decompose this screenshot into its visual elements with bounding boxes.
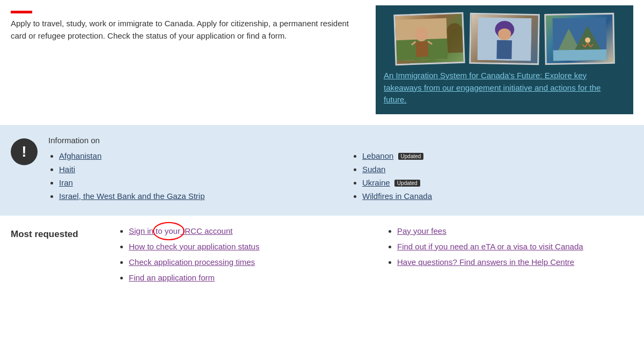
list-item: Ukraine Updated xyxy=(362,178,633,187)
pay-fees-link[interactable]: Pay your fees xyxy=(397,226,447,235)
list-item: Lebanon Updated xyxy=(362,151,633,160)
svg-rect-3 xyxy=(415,41,428,56)
list-item: How to check your application status xyxy=(129,242,365,251)
alert-section: ! Information on Afghanistan Haiti Iran … xyxy=(0,125,644,216)
svg-rect-10 xyxy=(496,40,512,58)
alert-content: Information on Afghanistan Haiti Iran Is… xyxy=(48,136,633,205)
most-requested-section: Most requested Sign in to your IRCC acco… xyxy=(0,216,644,299)
lebanon-link[interactable]: Lebanon xyxy=(362,151,393,160)
processing-times-link[interactable]: Check application processing times xyxy=(129,257,255,267)
alert-left-col: Afghanistan Haiti Iran Israel, the West … xyxy=(48,151,330,205)
list-item: Find out if you need an eTA or a visa to… xyxy=(397,242,633,251)
list-item: Afghanistan xyxy=(59,151,330,160)
help-centre-link[interactable]: Have questions? Find answers in the Help… xyxy=(397,257,574,267)
updated-badge-lebanon: Updated xyxy=(398,153,424,160)
mr-left-list: Sign in to your IRCC account How to chec… xyxy=(118,226,365,282)
photo-1-inner xyxy=(395,14,463,64)
circle-annotation: to your xyxy=(156,226,180,235)
check-status-link[interactable]: How to check your application status xyxy=(129,242,259,251)
photo-3 xyxy=(544,13,615,65)
banner-link[interactable]: An Immigration System for Canada's Futur… xyxy=(384,70,625,106)
updated-badge-ukraine: Updated xyxy=(394,180,420,187)
top-left-content: Apply to travel, study, work or immigrat… xyxy=(11,5,365,114)
alert-columns: Afghanistan Haiti Iran Israel, the West … xyxy=(48,151,633,205)
alert-left-list: Afghanistan Haiti Iran Israel, the West … xyxy=(48,151,330,201)
list-item: Sign in to your IRCC account xyxy=(129,226,365,235)
eta-visa-link[interactable]: Find out if you need an eTA or a visa to… xyxy=(397,242,583,251)
israel-link[interactable]: Israel, the West Bank and the Gaza Strip xyxy=(59,191,205,201)
list-item: Have questions? Find answers in the Help… xyxy=(397,257,633,267)
mr-right-list: Pay your fees Find out if you need an eT… xyxy=(386,226,633,267)
list-item: Wildfires in Canada xyxy=(362,191,633,201)
photo-1 xyxy=(393,12,465,65)
banner-panel: An Immigration System for Canada's Futur… xyxy=(376,5,633,114)
red-bar xyxy=(11,11,32,13)
photos-row xyxy=(384,13,625,64)
photo-2 xyxy=(469,13,540,65)
top-section: Apply to travel, study, work or immigrat… xyxy=(0,0,644,125)
exclamation-icon: ! xyxy=(21,144,26,159)
list-item: Israel, the West Bank and the Gaza Strip xyxy=(59,191,330,201)
photo-2-inner xyxy=(471,14,538,63)
sudan-link[interactable]: Sudan xyxy=(362,165,385,174)
intro-text: Apply to travel, study, work or immigrat… xyxy=(11,18,354,42)
alert-heading: Information on xyxy=(48,136,633,145)
svg-rect-14 xyxy=(553,49,606,61)
alert-right-col: Lebanon Updated Sudan Ukraine Updated Wi… xyxy=(352,151,633,205)
haiti-link[interactable]: Haiti xyxy=(59,165,75,174)
most-requested-content: Sign in to your IRCC account How to chec… xyxy=(118,226,633,289)
mr-left-col: Sign in to your IRCC account How to chec… xyxy=(118,226,365,289)
list-item: Find an application form xyxy=(129,273,365,282)
ircc-account-link[interactable]: Sign in to your IRCC account xyxy=(129,226,232,235)
afghanistan-link[interactable]: Afghanistan xyxy=(59,151,101,160)
list-item: Pay your fees xyxy=(397,226,633,235)
most-requested-label: Most requested xyxy=(11,226,107,289)
photo-3-inner xyxy=(546,14,613,63)
list-item: Check application processing times xyxy=(129,257,365,267)
list-item: Sudan xyxy=(362,165,633,174)
ukraine-link[interactable]: Ukraine xyxy=(362,178,390,187)
alert-right-list: Lebanon Updated Sudan Ukraine Updated Wi… xyxy=(352,151,633,201)
find-form-link[interactable]: Find an application form xyxy=(129,273,215,282)
alert-icon: ! xyxy=(11,138,38,165)
list-item: Haiti xyxy=(59,165,330,174)
iran-link[interactable]: Iran xyxy=(59,178,73,187)
mr-right-col: Pay your fees Find out if you need an eT… xyxy=(386,226,633,289)
list-item: Iran xyxy=(59,178,330,187)
wildfires-link[interactable]: Wildfires in Canada xyxy=(362,191,432,201)
